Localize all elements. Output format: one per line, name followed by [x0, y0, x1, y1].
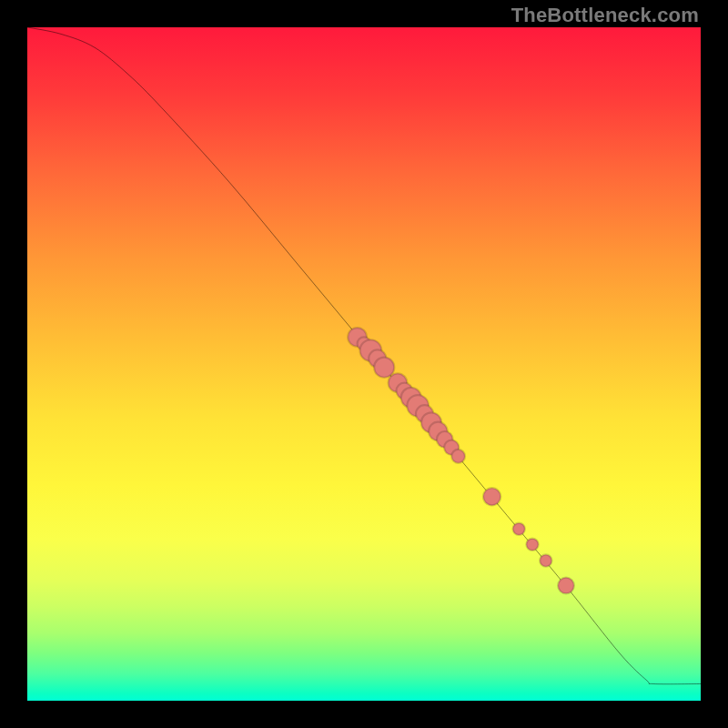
data-point: [451, 450, 465, 463]
watermark-text: TheBottleneck.com: [511, 4, 699, 27]
data-point: [374, 358, 394, 378]
data-point: [540, 554, 551, 566]
data-point: [513, 523, 525, 535]
data-point: [558, 578, 574, 594]
chart-svg: [27, 27, 701, 701]
data-point: [526, 539, 538, 551]
plot-area: [27, 27, 701, 701]
chart-stage: TheBottleneck.com: [0, 0, 728, 728]
data-points: [348, 328, 574, 593]
data-point: [483, 488, 500, 505]
